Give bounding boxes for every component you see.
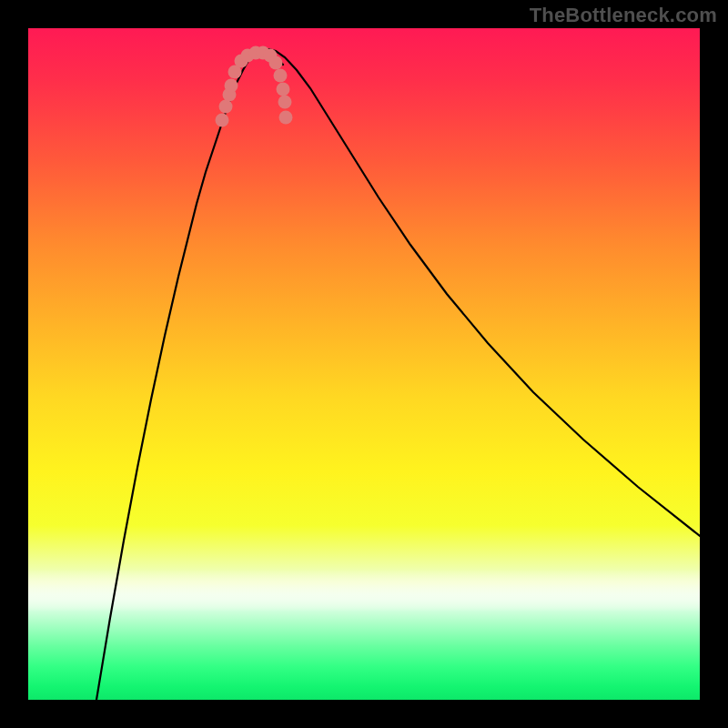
cluster-dot (216, 114, 229, 127)
left-curve (96, 49, 283, 700)
cluster-dot (274, 69, 288, 83)
plot-area (28, 28, 700, 700)
watermark-text: TheBottleneck.com (530, 4, 717, 27)
cluster-dot (277, 83, 290, 96)
cluster-dot (225, 79, 238, 93)
cluster-dot (219, 100, 233, 114)
dot-cluster (216, 46, 293, 127)
chart-frame: TheBottleneck.com (0, 0, 728, 728)
cluster-dot (269, 56, 283, 70)
right-curve (239, 49, 700, 536)
cluster-dot (278, 96, 292, 109)
cluster-dot (279, 111, 293, 125)
curve-layer (28, 28, 700, 700)
